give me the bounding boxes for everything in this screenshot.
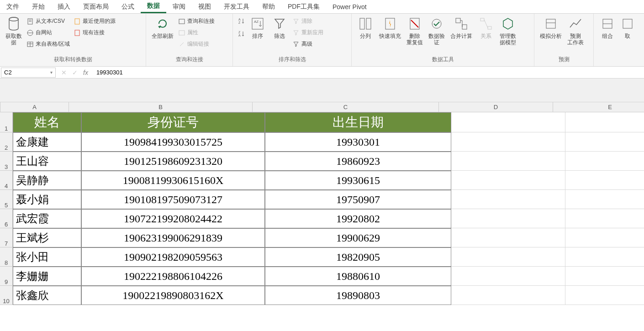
- col-header-D[interactable]: D: [439, 102, 553, 112]
- advanced-filter-button[interactable]: 高级: [290, 39, 325, 49]
- row-header-9[interactable]: 9: [0, 267, 13, 286]
- existing-connections-button[interactable]: 现有连接: [72, 28, 117, 37]
- text-to-columns-button[interactable]: 分列: [354, 15, 376, 41]
- enter-icon[interactable]: ✓: [72, 69, 78, 76]
- cell-A4[interactable]: 吴静静: [13, 171, 81, 190]
- cell-B5[interactable]: 190108197509073127: [81, 190, 265, 209]
- cell-E4[interactable]: [565, 171, 644, 190]
- tab-formulas[interactable]: 公式: [115, 0, 141, 13]
- cell-E7[interactable]: [565, 228, 644, 247]
- cell-D4[interactable]: [451, 171, 565, 190]
- cell-A7[interactable]: 王斌杉: [13, 228, 81, 247]
- remove-duplicates-button[interactable]: 删除 重复值: [404, 15, 426, 47]
- cell-B2[interactable]: 190984199303015725: [81, 132, 265, 152]
- cell-E10[interactable]: [565, 286, 644, 305]
- sort-asc-button[interactable]: AZ: [236, 16, 247, 26]
- cancel-icon[interactable]: ✕: [61, 69, 67, 76]
- cell-B7[interactable]: 190623199006291839: [81, 228, 265, 247]
- dropdown-icon[interactable]: ▾: [50, 70, 53, 75]
- from-web-button[interactable]: 自网站: [25, 28, 72, 37]
- cell-A1[interactable]: 姓名: [13, 112, 81, 132]
- cell-B6[interactable]: 190722199208024422: [81, 209, 265, 228]
- tab-help[interactable]: 帮助: [256, 0, 281, 13]
- cell-D1[interactable]: [451, 112, 565, 132]
- col-header-E[interactable]: E: [553, 102, 644, 112]
- cell-E8[interactable]: [565, 247, 644, 267]
- cell-C10[interactable]: 19890803: [265, 286, 451, 305]
- relationships-button[interactable]: 关系: [475, 15, 497, 41]
- row-header-10[interactable]: 10: [0, 286, 13, 305]
- get-data-button[interactable]: 获取数 据: [3, 15, 25, 47]
- tab-powerpivot[interactable]: Power Pivot: [326, 0, 373, 13]
- cell-D7[interactable]: [451, 228, 565, 247]
- cell-E6[interactable]: [565, 209, 644, 228]
- cell-C6[interactable]: 19920802: [265, 209, 451, 228]
- fx-icon[interactable]: fx: [83, 69, 88, 76]
- queries-connections-button[interactable]: 查询和连接: [176, 16, 216, 26]
- cell-B1[interactable]: 身份证号: [81, 112, 265, 132]
- cell-C5[interactable]: 19750907: [265, 190, 451, 209]
- cell-B8[interactable]: 190902198209059563: [81, 247, 265, 267]
- cell-E3[interactable]: [565, 152, 644, 171]
- col-header-C[interactable]: C: [253, 102, 439, 112]
- tab-insert[interactable]: 插入: [51, 0, 77, 13]
- cell-E9[interactable]: [565, 267, 644, 286]
- sort-button[interactable]: AZ 排序: [247, 15, 269, 41]
- row-header-6[interactable]: 6: [0, 209, 13, 228]
- row-header-5[interactable]: 5: [0, 190, 13, 209]
- name-box[interactable]: C2 ▾: [1, 68, 56, 78]
- cell-A3[interactable]: 王山容: [13, 152, 81, 171]
- row-header-7[interactable]: 7: [0, 228, 13, 247]
- properties-button[interactable]: 属性: [176, 28, 216, 37]
- group-rows-button[interactable]: 组合: [596, 15, 618, 41]
- recent-sources-button[interactable]: 最近使用的源: [72, 16, 117, 26]
- cell-E1[interactable]: [565, 112, 644, 132]
- cell-A6[interactable]: 武宏霞: [13, 209, 81, 228]
- tab-data[interactable]: 数据: [141, 0, 166, 13]
- cell-D5[interactable]: [451, 190, 565, 209]
- reapply-button[interactable]: 重新应用: [290, 28, 325, 37]
- cell-D8[interactable]: [451, 247, 565, 267]
- cell-A8[interactable]: 张小田: [13, 247, 81, 267]
- cell-C4[interactable]: 19930615: [265, 171, 451, 190]
- tab-file[interactable]: 文件: [0, 0, 26, 13]
- cell-A9[interactable]: 李姗姗: [13, 267, 81, 286]
- col-header-B[interactable]: B: [69, 102, 253, 112]
- row-header-3[interactable]: 3: [0, 152, 13, 171]
- tab-view[interactable]: 视图: [192, 0, 217, 13]
- data-validation-button[interactable]: 数据验 证: [426, 15, 448, 47]
- cell-D9[interactable]: [451, 267, 565, 286]
- cell-E5[interactable]: [565, 190, 644, 209]
- tab-review[interactable]: 审阅: [166, 0, 192, 13]
- cell-A10[interactable]: 张鑫欣: [13, 286, 81, 305]
- filter-button[interactable]: 筛选: [269, 15, 290, 41]
- edit-links-button[interactable]: 编辑链接: [176, 39, 216, 49]
- ungroup-button[interactable]: 取: [618, 15, 637, 41]
- tab-dev[interactable]: 开发工具: [217, 0, 256, 13]
- flash-fill-button[interactable]: 快速填充: [376, 15, 404, 41]
- refresh-all-button[interactable]: 全部刷新: [149, 15, 176, 41]
- cell-D3[interactable]: [451, 152, 565, 171]
- row-header-2[interactable]: 2: [0, 132, 13, 152]
- row-header-1[interactable]: 1: [0, 112, 13, 132]
- cell-E2[interactable]: [565, 132, 644, 152]
- from-table-button[interactable]: 来自表格/区域: [25, 39, 72, 49]
- from-text-csv-button[interactable]: 从文本/CSV: [25, 16, 72, 26]
- cell-B10[interactable]: 19002219890803162X: [81, 286, 265, 305]
- row-header-4[interactable]: 4: [0, 171, 13, 190]
- cell-C7[interactable]: 19900629: [265, 228, 451, 247]
- cell-D10[interactable]: [451, 286, 565, 305]
- tab-pdf[interactable]: PDF工具集: [281, 0, 326, 13]
- select-all-corner[interactable]: [0, 102, 0, 112]
- cell-D6[interactable]: [451, 209, 565, 228]
- cell-B4[interactable]: 19008119930615160X: [81, 171, 265, 190]
- cell-C2[interactable]: 19930301: [265, 132, 451, 152]
- cell-A5[interactable]: 聂小娟: [13, 190, 81, 209]
- cell-C8[interactable]: 19820905: [265, 247, 451, 267]
- formula-input[interactable]: 19930301: [93, 69, 644, 76]
- col-header-A[interactable]: A: [0, 102, 69, 112]
- cell-C3[interactable]: 19860923: [265, 152, 451, 171]
- cell-B3[interactable]: 190125198609231320: [81, 152, 265, 171]
- cell-B9[interactable]: 190222198806104226: [81, 267, 265, 286]
- tab-home[interactable]: 开始: [26, 0, 51, 13]
